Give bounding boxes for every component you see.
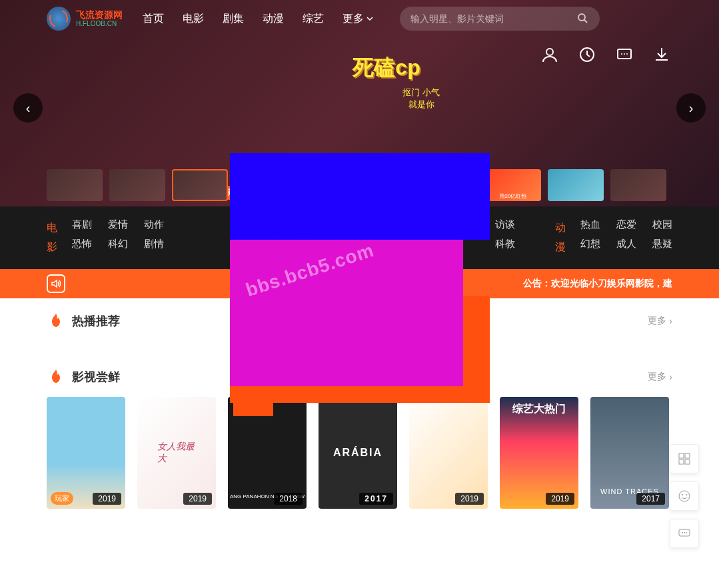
logo-cn: 飞流资源网 (76, 10, 123, 20)
svg-rect-9 (679, 459, 684, 464)
cat-action[interactable]: 动作 (144, 218, 164, 231)
overlay-orange (230, 296, 490, 403)
svg-point-5 (624, 53, 625, 55)
cat-shonen[interactable]: 热血 (580, 218, 600, 231)
logo[interactable]: 飞流资源网 H.FLOOB.CN (47, 7, 123, 31)
category-bar: 电影 喜剧 爱情 动作 恐怖 科幻 剧情 访谈 科教 动漫 热血 恋爱 校园 幻… (0, 206, 719, 269)
smile-icon[interactable] (670, 481, 699, 511)
cat-love[interactable]: 恋爱 (616, 218, 636, 231)
svg-rect-10 (685, 459, 690, 464)
message-icon[interactable] (614, 44, 635, 65)
announce-text: 公告：欢迎光临小刀娱乐网影院，建 (523, 278, 672, 290)
speaker-icon (47, 274, 65, 293)
thumb-4[interactable] (235, 169, 291, 201)
year-badge: 2017 (636, 493, 665, 505)
card-2[interactable]: 女人我最大2019 (137, 397, 216, 509)
thumb-2[interactable] (109, 169, 165, 201)
main-nav: 首页 电影 剧集 动漫 综艺 更多 (143, 12, 373, 26)
nav-series[interactable]: 剧集 (223, 12, 244, 26)
search-input[interactable] (410, 13, 577, 24)
svg-point-6 (626, 53, 628, 55)
year-badge: 2018 (274, 493, 303, 505)
cat-scifi[interactable]: 科幻 (108, 238, 128, 250)
card-5[interactable]: 2019 (409, 397, 488, 509)
fire-icon (47, 312, 65, 330)
cat-school[interactable]: 校园 (652, 218, 672, 231)
cat-talk[interactable]: 访谈 (495, 218, 515, 231)
svg-point-1 (546, 49, 553, 55)
more-link-hot[interactable]: 更多 › (648, 315, 672, 327)
svg-rect-7 (679, 453, 684, 458)
cat-head-anime[interactable]: 动漫 (555, 218, 568, 257)
svg-point-12 (682, 494, 683, 495)
cat-horror[interactable]: 恐怖 (72, 238, 92, 250)
chevron-down-icon (366, 15, 373, 22)
logo-en: H.FLOOB.CN (76, 20, 123, 27)
cat-adult[interactable]: 成人 (616, 238, 636, 250)
fire-icon (47, 368, 65, 386)
chat-icon[interactable] (670, 519, 699, 522)
card-6[interactable]: 综艺大热门2019 (500, 397, 578, 509)
cat-comedy[interactable]: 喜剧 (72, 218, 92, 231)
overlay-text: 不错哦 (253, 213, 313, 240)
nav-home[interactable]: 首页 (143, 12, 164, 26)
card-4[interactable]: ARÁBIA2017 (319, 397, 397, 509)
section-title-new: 影视尝鲜 (72, 369, 120, 385)
card-grid: 玩家2019 女人我最大2019 ANG PANAHON NG HALIMAW2… (47, 397, 672, 509)
user-icon[interactable] (539, 44, 560, 65)
download-icon[interactable] (651, 44, 672, 65)
year-badge: 2017 (359, 493, 393, 505)
svg-rect-8 (685, 453, 690, 458)
thumb-7[interactable] (422, 169, 478, 201)
card-7[interactable]: WIND TRACES2017 (590, 397, 669, 509)
svg-point-11 (679, 491, 690, 501)
thumb-10[interactable] (610, 169, 666, 201)
year-badge: 2019 (455, 493, 484, 505)
announcement-bar: 公告：欢迎光临小刀娱乐网影院，建 (0, 269, 719, 298)
nav-anime[interactable]: 动漫 (263, 12, 284, 26)
nav-movie[interactable]: 电影 (183, 12, 204, 26)
carousel-thumbs: 抢20亿红包 (47, 169, 672, 201)
svg-point-13 (686, 494, 687, 495)
svg-point-0 (578, 14, 585, 21)
cat-romance[interactable]: 爱情 (108, 218, 128, 231)
thumb-8[interactable]: 抢20亿红包 (485, 169, 541, 201)
thumb-5[interactable] (297, 169, 353, 201)
history-icon[interactable] (576, 44, 598, 65)
nav-more[interactable]: 更多 (343, 12, 373, 26)
cat-drama[interactable]: 剧情 (144, 238, 164, 250)
cat-fantasy[interactable]: 幻想 (580, 238, 600, 250)
logo-icon (47, 7, 71, 31)
card-1[interactable]: 玩家2019 (47, 397, 125, 509)
thumb-9[interactable] (548, 169, 604, 201)
hero-title: 死磕cp (353, 53, 420, 83)
thumb-3[interactable] (172, 169, 228, 201)
thumb-6[interactable] (360, 169, 416, 201)
year-badge: 2019 (183, 493, 212, 505)
thumb-1[interactable] (47, 169, 103, 201)
more-link-new[interactable]: 更多 › (648, 371, 672, 383)
overlay-orange2 (233, 396, 273, 416)
carousel-next[interactable]: › (676, 93, 706, 123)
cat-mystery[interactable]: 悬疑 (652, 238, 672, 250)
year-badge: 2019 (93, 493, 121, 505)
hero-subtitle: 抠门 小气就是你 (402, 87, 440, 111)
cat-head-movie[interactable]: 电影 (47, 218, 60, 257)
cat-edu[interactable]: 科教 (495, 238, 515, 250)
search-icon[interactable] (577, 13, 589, 25)
search-box[interactable] (400, 7, 600, 31)
float-buttons (670, 444, 699, 522)
section-title-hot: 热播推荐 (72, 313, 120, 329)
nav-variety[interactable]: 综艺 (303, 12, 324, 26)
year-badge: 2019 (546, 493, 574, 505)
grid-view-icon[interactable] (670, 444, 699, 473)
svg-point-4 (621, 53, 622, 55)
carousel-prev[interactable]: ‹ (13, 93, 43, 123)
